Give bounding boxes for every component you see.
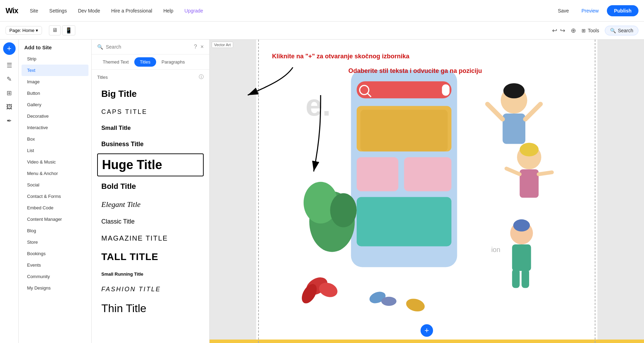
svg-rect-34 xyxy=(522,269,529,288)
info-icon[interactable]: ⓘ xyxy=(199,74,204,80)
tab-themed[interactable]: Themed Text xyxy=(97,57,134,67)
nav-hire[interactable]: Hire a Professional xyxy=(109,7,154,15)
search-label-right: Search xyxy=(618,28,633,33)
undo-redo-group: ↩ ↪ xyxy=(552,27,565,34)
title-item-business[interactable]: Business Title xyxy=(97,137,204,151)
panel-item-mydesigns[interactable]: My Designs xyxy=(22,282,88,294)
sub-tabs: Themed Text Titles Paragraphs xyxy=(92,55,209,70)
secondbar-right: ↩ ↪ ⊕ ⊞ Tools 🔍 Search xyxy=(552,26,638,35)
panel-item-image[interactable]: Image xyxy=(22,76,88,87)
svg-rect-2 xyxy=(357,81,451,98)
mobile-view-btn[interactable]: 📱 xyxy=(62,25,75,35)
undo-button[interactable]: ↩ xyxy=(552,27,557,34)
section-label: Titles ⓘ xyxy=(92,70,209,82)
panel-item-social[interactable]: Social xyxy=(22,179,88,191)
tab-paragraphs[interactable]: Paragraphs xyxy=(156,57,190,67)
tools-icon: ⊞ xyxy=(582,28,586,33)
svg-point-31 xyxy=(513,219,530,232)
search-row: 🔍 xyxy=(97,44,190,50)
panel-item-embed[interactable]: Embed Code xyxy=(22,202,88,214)
title-item-classic[interactable]: Classic Title xyxy=(97,215,204,229)
canvas-illustration: e. ion xyxy=(210,40,644,343)
svg-text:ion: ion xyxy=(491,246,500,253)
panel-item-community[interactable]: Community xyxy=(22,271,88,282)
apps-icon[interactable]: ⊞ xyxy=(3,87,16,99)
search-icon: 🔍 xyxy=(97,44,103,50)
svg-point-13 xyxy=(330,193,356,227)
panel-item-gallery[interactable]: Gallery xyxy=(22,99,88,110)
zoom-icon[interactable]: ⊕ xyxy=(571,27,576,34)
panel-item-button[interactable]: Button xyxy=(22,87,88,99)
panel-item-events[interactable]: Events xyxy=(22,259,88,271)
search-input[interactable] xyxy=(106,44,190,50)
panel-item-list[interactable]: List xyxy=(22,145,88,156)
title-item-big[interactable]: Big Title xyxy=(97,85,204,103)
chevron-down-icon: ▾ xyxy=(36,28,38,33)
top-bar: Wix Site Settings Dev Mode Hire a Profes… xyxy=(0,0,644,22)
title-item-thin[interactable]: Thin Title xyxy=(97,299,204,318)
title-item-running[interactable]: Small Running Title xyxy=(97,268,204,280)
topbar-right: Save Preview Publish xyxy=(554,5,638,16)
preview-button[interactable]: Preview xyxy=(577,6,603,16)
svg-rect-7 xyxy=(361,110,448,151)
redo-button[interactable]: ↪ xyxy=(560,27,565,34)
help-icon[interactable]: ? xyxy=(194,44,197,50)
svg-point-18 xyxy=(381,297,397,306)
panel-item-store[interactable]: Store xyxy=(22,236,88,248)
svg-line-29 xyxy=(539,172,552,174)
page-label: Page: Home xyxy=(9,28,34,33)
panel-item-text[interactable]: Text xyxy=(22,65,88,76)
nav-settings[interactable]: Settings xyxy=(47,7,69,15)
svg-text:e.: e. xyxy=(305,88,331,122)
panel-item-menu[interactable]: Menu & Anchor xyxy=(22,168,88,179)
svg-rect-22 xyxy=(503,114,526,144)
panel-item-strip[interactable]: Strip xyxy=(22,53,88,65)
svg-rect-5 xyxy=(442,84,450,96)
titles-panel-header: 🔍 ? × xyxy=(92,40,209,55)
nav-site[interactable]: Site xyxy=(28,7,40,15)
panel-item-video[interactable]: Video & Music xyxy=(22,156,88,168)
svg-rect-27 xyxy=(520,169,539,198)
svg-rect-10 xyxy=(357,197,451,246)
title-item-tall[interactable]: TALL TITLE xyxy=(97,248,204,266)
panel-item-blog[interactable]: Blog xyxy=(22,225,88,236)
svg-rect-9 xyxy=(404,157,451,191)
design-icon[interactable]: ✎ xyxy=(3,73,16,85)
title-item-small[interactable]: Small Title xyxy=(97,121,204,135)
title-item-magazine[interactable]: MAGAZINE TITLE xyxy=(97,231,204,246)
pages-icon[interactable]: ☰ xyxy=(3,59,16,72)
dashed-guideline-left xyxy=(258,40,259,343)
title-item-huge[interactable]: Huge Title xyxy=(97,153,204,176)
save-button[interactable]: Save xyxy=(554,6,573,16)
publish-button[interactable]: Publish xyxy=(607,5,638,16)
panel-item-interactive[interactable]: Interactive xyxy=(22,122,88,133)
nav-help[interactable]: Help xyxy=(161,7,176,15)
add-to-site-panel: Add to Site Strip Text Image Button Gall… xyxy=(19,40,92,343)
panel-item-content[interactable]: Content Manager xyxy=(22,214,88,225)
tab-titles[interactable]: Titles xyxy=(134,57,156,67)
titles-panel: 🔍 ? × Themed Text Titles Paragraphs Titl… xyxy=(92,40,210,343)
search-button-right[interactable]: 🔍 Search xyxy=(605,26,638,35)
title-item-elegant[interactable]: Elegant Title xyxy=(97,196,204,212)
media-icon[interactable]: 🖼 xyxy=(3,101,16,113)
nav-upgrade[interactable]: Upgrade xyxy=(183,7,205,15)
desktop-view-btn[interactable]: 🖥 xyxy=(49,25,61,35)
svg-point-21 xyxy=(503,83,525,99)
title-item-fashion[interactable]: FASHION TITLE xyxy=(97,282,204,296)
panel-item-contact[interactable]: Contact & Forms xyxy=(22,191,88,202)
panel-item-box[interactable]: Box xyxy=(22,133,88,145)
add-button[interactable]: + xyxy=(3,42,16,55)
canvas-area: Vector Art xyxy=(210,40,644,343)
nav-devmode[interactable]: Dev Mode xyxy=(76,7,102,15)
title-item-caps[interactable]: CAPS TITLE xyxy=(97,105,204,119)
pen-icon[interactable]: ✒ xyxy=(3,115,16,127)
svg-point-26 xyxy=(520,143,539,156)
tools-button[interactable]: ⊞ Tools xyxy=(582,28,599,33)
search-icon-right: 🔍 xyxy=(610,28,616,33)
panel-item-decorative[interactable]: Decorative xyxy=(22,110,88,122)
close-icon[interactable]: × xyxy=(201,44,204,50)
title-item-bold[interactable]: Bold Title xyxy=(97,178,204,194)
page-selector[interactable]: Page: Home ▾ xyxy=(6,26,42,35)
panel-item-bookings[interactable]: Bookings xyxy=(22,248,88,259)
canvas-add-button[interactable]: + xyxy=(421,324,433,337)
